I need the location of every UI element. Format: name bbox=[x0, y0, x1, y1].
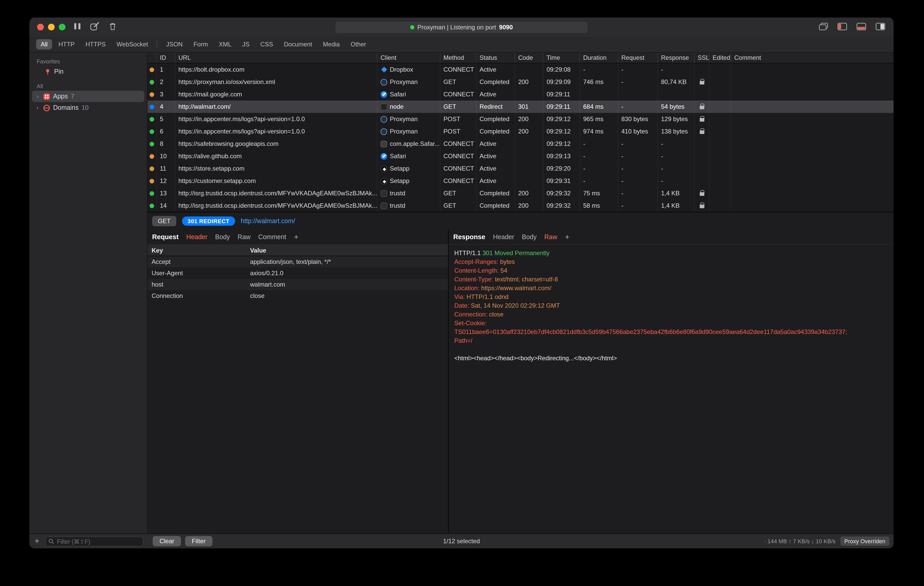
header-row[interactable]: hostwalmart.com bbox=[147, 279, 448, 290]
sidebar-filter-input[interactable] bbox=[46, 537, 144, 546]
chevron-right-icon[interactable]: › bbox=[36, 93, 43, 99]
filter-tab-https[interactable]: HTTPS bbox=[81, 39, 111, 49]
raw-segment: https://www.walmart.com/ bbox=[481, 285, 551, 292]
table-row[interactable]: 6https://in.appcenter.ms/logs?api-versio… bbox=[147, 125, 894, 138]
column-header-edited[interactable]: Edited bbox=[710, 53, 731, 63]
zoom-window-button[interactable] bbox=[59, 24, 66, 30]
sidebar-item-pin[interactable]: Pin bbox=[30, 66, 147, 77]
column-header-code[interactable]: Code bbox=[515, 53, 543, 63]
filter-tab-form[interactable]: Form bbox=[189, 39, 213, 49]
sidebar-item-apps[interactable]: › Apps 7 bbox=[32, 91, 144, 102]
column-header-request[interactable]: Request bbox=[618, 53, 658, 63]
proxy-overridden-badge[interactable]: Proxy Overriden bbox=[840, 537, 889, 546]
cell-code: 301 bbox=[515, 100, 543, 113]
filter-tab-js[interactable]: JS bbox=[238, 39, 254, 49]
proxyman-icon bbox=[381, 128, 387, 135]
raw-line: TS011baee6=0130aff23210eb7df4cb0821ddfb3… bbox=[454, 328, 888, 337]
column-header-duration[interactable]: Duration bbox=[580, 53, 618, 63]
filter-tab-websocket[interactable]: WebSocket bbox=[112, 39, 153, 49]
column-header-dot[interactable] bbox=[147, 53, 157, 63]
header-row[interactable]: Acceptapplication/json, text/plain, */* bbox=[147, 256, 448, 267]
column-header-client[interactable]: Client bbox=[378, 53, 441, 63]
response-tab-header[interactable]: Header bbox=[493, 233, 514, 240]
add-response-tab-button[interactable]: + bbox=[565, 232, 569, 241]
column-header-response[interactable]: Response bbox=[658, 53, 695, 63]
filter-tab-xml[interactable]: XML bbox=[214, 39, 236, 49]
table-row[interactable]: 5https://in.appcenter.ms/logs?api-versio… bbox=[147, 113, 894, 125]
cell-id: 2 bbox=[157, 76, 175, 88]
safari-icon bbox=[381, 91, 387, 98]
response-tab-body[interactable]: Body bbox=[522, 233, 536, 240]
client-name: trustd bbox=[390, 190, 405, 197]
filter-tab-all[interactable]: All bbox=[36, 39, 52, 49]
toggle-right-panel-icon[interactable] bbox=[876, 23, 885, 33]
cell-status: Completed bbox=[477, 76, 515, 88]
cell-client: Setapp bbox=[378, 175, 441, 187]
column-header-status[interactable]: Status bbox=[477, 53, 515, 63]
close-window-button[interactable] bbox=[37, 24, 44, 30]
table-row[interactable]: 4http://walmart.com/nodeGETRedirect30109… bbox=[147, 100, 894, 113]
filter-tab-json[interactable]: JSON bbox=[162, 39, 187, 49]
table-row[interactable]: 13http://isrg.trustid.ocsp.identrust.com… bbox=[147, 187, 894, 199]
column-header-method[interactable]: Method bbox=[441, 53, 477, 63]
add-filter-button[interactable]: + bbox=[35, 537, 40, 545]
listening-port: 9090 bbox=[499, 24, 513, 31]
table-row[interactable]: 2https://proxyman.io/osx/version.xmlProx… bbox=[147, 76, 894, 88]
toggle-sidebar-icon[interactable] bbox=[837, 23, 847, 33]
filter-tab-document[interactable]: Document bbox=[279, 39, 317, 49]
column-header-time[interactable]: Time bbox=[543, 53, 580, 63]
sidebar-filter-field bbox=[46, 536, 144, 546]
cell-comment bbox=[731, 138, 894, 150]
table-row[interactable]: 11https://store.setapp.comSetappCONNECTA… bbox=[147, 162, 894, 175]
status-dot bbox=[150, 179, 154, 183]
trash-button[interactable] bbox=[109, 22, 117, 33]
request-url-link[interactable]: http://walmart.com/ bbox=[241, 217, 295, 224]
cell-id: 10 bbox=[157, 150, 175, 162]
column-header-comment[interactable]: Comment bbox=[731, 53, 894, 63]
header-key: Accept bbox=[147, 258, 250, 265]
status-dot bbox=[150, 129, 154, 134]
request-tab-header[interactable]: Header bbox=[186, 233, 208, 240]
toggle-bottom-panel-icon[interactable] bbox=[856, 23, 866, 33]
column-header-ssl[interactable]: SSL bbox=[695, 53, 710, 63]
filter-tab-other[interactable]: Other bbox=[346, 39, 371, 49]
column-header-url[interactable]: URL bbox=[175, 53, 378, 63]
filter-tab-http[interactable]: HTTP bbox=[54, 39, 79, 49]
response-tab-raw[interactable]: Raw bbox=[544, 233, 557, 240]
table-row[interactable]: 3https://mail.google.comSafariCONNECTAct… bbox=[147, 88, 894, 100]
status-dot-cell bbox=[147, 76, 157, 88]
minimize-window-button[interactable] bbox=[48, 24, 54, 30]
cell-status: Active bbox=[477, 150, 515, 162]
cell-duration: 965 ms bbox=[580, 113, 618, 125]
table-row[interactable]: 10https://alive.github.comSafariCONNECTA… bbox=[147, 150, 894, 162]
cell-request: - bbox=[618, 76, 658, 88]
node-icon bbox=[381, 103, 387, 110]
request-tab-comment[interactable]: Comment bbox=[258, 233, 286, 240]
search-icon bbox=[49, 538, 54, 544]
cell-ssl bbox=[695, 138, 710, 150]
status-dot-cell bbox=[147, 125, 157, 138]
cell-id: 4 bbox=[157, 100, 175, 113]
chevron-right-icon[interactable]: › bbox=[36, 105, 43, 111]
table-row[interactable]: 12https://customer.setapp.comSetappCONNE… bbox=[147, 175, 894, 187]
sidebar-item-domains[interactable]: › Domains 10 bbox=[30, 102, 147, 114]
tab-overview-icon[interactable] bbox=[819, 23, 828, 33]
filter-tab-css[interactable]: CSS bbox=[256, 39, 278, 49]
table-row[interactable]: 14http://isrg.trustid.ocsp.identrust.com… bbox=[147, 199, 894, 212]
cell-url: https://in.appcenter.ms/logs?api-version… bbox=[175, 125, 378, 138]
table-row[interactable]: 8https://safebrowsing.googleapis.comcom.… bbox=[147, 138, 894, 150]
header-row[interactable]: Connectionclose bbox=[147, 290, 448, 301]
add-request-tab-button[interactable]: + bbox=[294, 232, 299, 241]
pause-capture-button[interactable] bbox=[74, 22, 81, 33]
table-row[interactable]: 1https://bolt.dropbox.comDropboxCONNECTA… bbox=[147, 63, 894, 76]
header-row[interactable]: User-Agentaxios/0.21.0 bbox=[147, 267, 448, 279]
cell-id: 13 bbox=[157, 187, 175, 199]
raw-line: Date: Sat, 14 Nov 2020 02:29:12 GMT bbox=[454, 301, 888, 310]
filter-button[interactable]: Filter bbox=[185, 536, 212, 546]
filter-tab-media[interactable]: Media bbox=[318, 39, 345, 49]
request-tab-body[interactable]: Body bbox=[215, 233, 230, 240]
column-header-id[interactable]: ID bbox=[157, 53, 175, 63]
request-tab-raw[interactable]: Raw bbox=[238, 233, 251, 240]
clear-button[interactable]: Clear bbox=[153, 536, 181, 546]
compose-request-button[interactable] bbox=[90, 22, 99, 33]
